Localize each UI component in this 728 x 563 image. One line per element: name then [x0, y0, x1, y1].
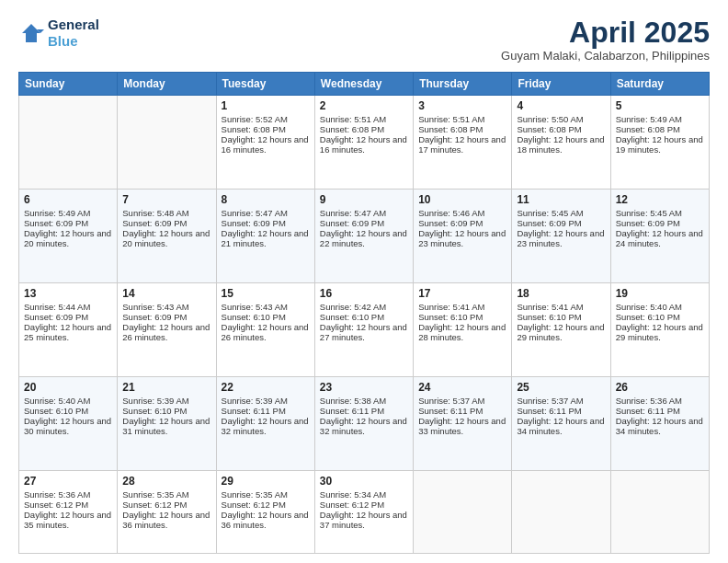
- day-info: Daylight: 12 hours and 26 minutes.: [222, 322, 310, 342]
- day-info: Daylight: 12 hours and 32 minutes.: [320, 416, 408, 436]
- day-info: Sunrise: 5:47 AM: [320, 208, 408, 218]
- day-info: Sunset: 6:10 PM: [517, 312, 605, 322]
- day-info: Sunrise: 5:52 AM: [222, 114, 310, 124]
- day-number: 6: [24, 193, 112, 206]
- day-info: Daylight: 12 hours and 20 minutes.: [122, 228, 210, 248]
- day-info: Sunrise: 5:46 AM: [418, 208, 506, 218]
- day-info: Sunset: 6:11 PM: [517, 406, 605, 416]
- day-number: 21: [122, 381, 210, 394]
- day-info: Daylight: 12 hours and 16 minutes.: [320, 134, 408, 155]
- day-number: 17: [418, 287, 506, 300]
- day-info: Daylight: 12 hours and 29 minutes.: [616, 322, 704, 342]
- day-info: Daylight: 12 hours and 31 minutes.: [122, 416, 210, 436]
- table-row: [414, 470, 512, 553]
- day-info: Daylight: 12 hours and 23 minutes.: [517, 228, 605, 248]
- logo: General Blue: [18, 17, 99, 50]
- day-number: 13: [24, 287, 112, 300]
- day-info: Sunrise: 5:39 AM: [122, 396, 210, 406]
- day-info: Sunset: 6:08 PM: [616, 124, 704, 134]
- day-number: 1: [222, 99, 310, 112]
- day-info: Daylight: 12 hours and 27 minutes.: [320, 322, 408, 342]
- table-row: 5Sunrise: 5:49 AMSunset: 6:08 PMDaylight…: [610, 96, 709, 190]
- day-info: Sunset: 6:12 PM: [222, 500, 310, 510]
- day-info: Sunrise: 5:49 AM: [616, 114, 704, 124]
- table-row: 21Sunrise: 5:39 AMSunset: 6:10 PMDayligh…: [118, 376, 216, 470]
- day-info: Daylight: 12 hours and 33 minutes.: [418, 416, 506, 436]
- day-info: Daylight: 12 hours and 24 minutes.: [616, 228, 704, 248]
- day-info: Sunrise: 5:36 AM: [616, 396, 704, 406]
- day-info: Sunset: 6:09 PM: [616, 218, 704, 228]
- table-row: 4Sunrise: 5:50 AMSunset: 6:08 PMDaylight…: [512, 96, 610, 190]
- day-number: 26: [616, 381, 704, 394]
- day-info: Daylight: 12 hours and 28 minutes.: [418, 322, 506, 342]
- day-info: Sunrise: 5:45 AM: [517, 208, 605, 218]
- day-number: 7: [122, 193, 210, 206]
- day-info: Sunset: 6:10 PM: [320, 312, 408, 322]
- day-info: Sunrise: 5:35 AM: [222, 489, 310, 500]
- day-info: Daylight: 12 hours and 29 minutes.: [517, 322, 605, 342]
- col-header-sunday: Sunday: [19, 73, 118, 96]
- day-number: 8: [222, 193, 310, 206]
- day-info: Sunset: 6:09 PM: [24, 312, 112, 322]
- table-row: 19Sunrise: 5:40 AMSunset: 6:10 PMDayligh…: [610, 282, 709, 376]
- table-row: 11Sunrise: 5:45 AMSunset: 6:09 PMDayligh…: [512, 190, 610, 283]
- day-info: Sunset: 6:09 PM: [320, 218, 408, 228]
- table-row: [512, 470, 610, 553]
- day-info: Sunrise: 5:48 AM: [122, 208, 210, 218]
- day-info: Sunrise: 5:45 AM: [616, 208, 704, 218]
- day-info: Daylight: 12 hours and 34 minutes.: [517, 416, 605, 436]
- day-info: Daylight: 12 hours and 16 minutes.: [222, 134, 310, 155]
- table-row: 27Sunrise: 5:36 AMSunset: 6:12 PMDayligh…: [19, 470, 118, 553]
- day-info: Daylight: 12 hours and 26 minutes.: [122, 322, 210, 342]
- day-number: 4: [517, 99, 605, 112]
- table-row: 25Sunrise: 5:37 AMSunset: 6:11 PMDayligh…: [512, 376, 610, 470]
- day-info: Sunset: 6:08 PM: [418, 124, 506, 134]
- day-number: 10: [418, 193, 506, 206]
- title-block: April 2025 Guyam Malaki, Calabarzon, Phi…: [501, 17, 710, 63]
- day-info: Daylight: 12 hours and 17 minutes.: [418, 134, 506, 155]
- day-info: Sunset: 6:11 PM: [320, 406, 408, 416]
- day-number: 15: [222, 287, 310, 300]
- day-info: Sunset: 6:09 PM: [517, 218, 605, 228]
- day-info: Sunset: 6:08 PM: [222, 124, 310, 134]
- day-info: Daylight: 12 hours and 36 minutes.: [122, 510, 210, 530]
- day-info: Sunrise: 5:42 AM: [320, 302, 408, 312]
- day-info: Sunset: 6:08 PM: [320, 124, 408, 134]
- day-info: Daylight: 12 hours and 25 minutes.: [24, 322, 112, 342]
- table-row: 23Sunrise: 5:38 AMSunset: 6:11 PMDayligh…: [314, 376, 413, 470]
- day-info: Sunrise: 5:43 AM: [222, 302, 310, 312]
- day-info: Sunrise: 5:35 AM: [122, 489, 210, 500]
- table-row: 20Sunrise: 5:40 AMSunset: 6:10 PMDayligh…: [19, 376, 118, 470]
- day-info: Sunrise: 5:38 AM: [320, 396, 408, 406]
- calendar-table: SundayMondayTuesdayWednesdayThursdayFrid…: [18, 72, 710, 554]
- table-row: 29Sunrise: 5:35 AMSunset: 6:12 PMDayligh…: [216, 470, 314, 553]
- day-info: Daylight: 12 hours and 37 minutes.: [320, 510, 408, 530]
- day-number: 14: [122, 287, 210, 300]
- table-row: [118, 96, 216, 190]
- day-number: 9: [320, 193, 408, 206]
- day-number: 5: [616, 99, 704, 112]
- table-row: [610, 470, 709, 553]
- day-number: 3: [418, 99, 506, 112]
- table-row: 6Sunrise: 5:49 AMSunset: 6:09 PMDaylight…: [19, 190, 118, 283]
- day-info: Sunrise: 5:40 AM: [24, 396, 112, 406]
- month-title: April 2025: [501, 17, 710, 49]
- table-row: 24Sunrise: 5:37 AMSunset: 6:11 PMDayligh…: [414, 376, 512, 470]
- table-row: 14Sunrise: 5:43 AMSunset: 6:09 PMDayligh…: [118, 282, 216, 376]
- table-row: 3Sunrise: 5:51 AMSunset: 6:08 PMDaylight…: [414, 96, 512, 190]
- day-number: 22: [222, 381, 310, 394]
- day-info: Sunset: 6:11 PM: [616, 406, 704, 416]
- logo-text: General Blue: [48, 17, 99, 50]
- day-info: Sunset: 6:10 PM: [122, 406, 210, 416]
- day-info: Daylight: 12 hours and 30 minutes.: [24, 416, 112, 436]
- header: General Blue April 2025 Guyam Malaki, Ca…: [18, 17, 710, 63]
- day-info: Sunrise: 5:37 AM: [418, 396, 506, 406]
- day-info: Daylight: 12 hours and 35 minutes.: [24, 510, 112, 530]
- day-info: Sunset: 6:09 PM: [418, 218, 506, 228]
- day-number: 11: [517, 193, 605, 206]
- day-info: Sunrise: 5:34 AM: [320, 489, 408, 500]
- day-info: Daylight: 12 hours and 32 minutes.: [222, 416, 310, 436]
- day-info: Daylight: 12 hours and 20 minutes.: [24, 228, 112, 248]
- day-number: 27: [24, 475, 112, 488]
- logo-icon: [18, 20, 44, 46]
